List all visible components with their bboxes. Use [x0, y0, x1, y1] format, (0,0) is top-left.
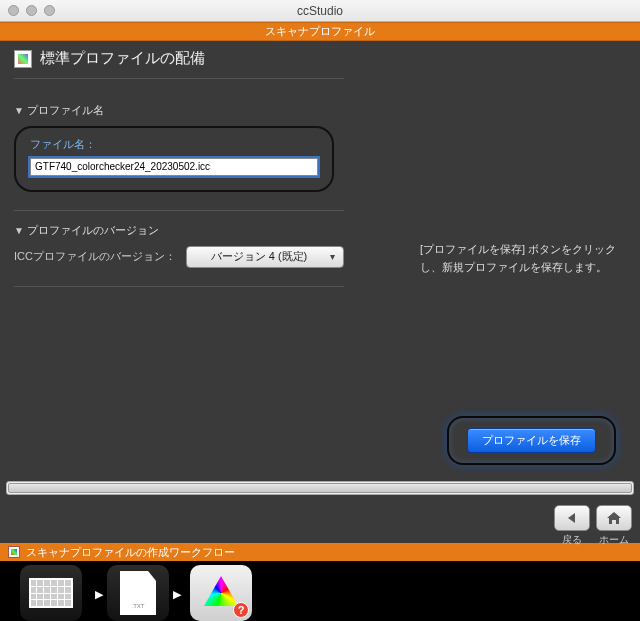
main-panel: 標準プロファイルの配備 プロファイル名 ファイル名： プロファイルのバージョン …	[0, 41, 640, 501]
back-label: 戻る	[562, 533, 582, 547]
minimize-window-button[interactable]	[26, 5, 37, 16]
icc-version-select[interactable]: バージョン 4 (既定)	[186, 246, 344, 268]
back-button[interactable]	[554, 505, 590, 531]
icc-version-selected: バージョン 4 (既定)	[211, 249, 308, 264]
save-profile-button[interactable]: プロファイルを保存	[467, 428, 596, 453]
home-button[interactable]	[596, 505, 632, 531]
save-button-frame: プロファイルを保存	[447, 416, 616, 465]
profile-page-icon	[14, 50, 32, 68]
icc-thumb-icon: ?	[190, 565, 252, 621]
file-name-label: ファイル名：	[30, 138, 318, 152]
target-thumb-icon	[20, 565, 82, 621]
workflow-banner: スキャナプロファイルの作成ワークフロー	[0, 543, 640, 561]
nav-row: 戻る ホーム	[0, 501, 640, 543]
divider	[14, 286, 344, 287]
profile-version-section-header[interactable]: プロファイルのバージョン	[14, 223, 344, 238]
reference-thumb-icon: .TXT	[107, 565, 169, 621]
help-badge-icon: ?	[233, 602, 249, 618]
workflow-icon	[8, 546, 20, 558]
zoom-window-button[interactable]	[44, 5, 55, 16]
triangle-left-icon	[565, 512, 579, 524]
workflow-step-reference[interactable]: .TXT 基準値	[107, 565, 169, 621]
divider	[14, 78, 344, 79]
horizontal-scrollbar[interactable]	[6, 481, 634, 495]
workflow-strip: ターゲットをロード ▶ .TXT 基準値 ▶ ? ICC プロファイル	[0, 561, 640, 621]
close-window-button[interactable]	[8, 5, 19, 16]
step-arrow-icon: ▶	[173, 588, 181, 601]
save-hint-text: [プロファイルを保存] ボタンをクリックし、新規プロファイルを保存します。	[420, 241, 620, 276]
page-title: 標準プロファイルの配備	[40, 49, 205, 68]
app-title: ccStudio	[297, 4, 343, 18]
scrollbar-thumb[interactable]	[8, 483, 632, 493]
step-arrow-icon: ▶	[95, 588, 103, 601]
workflow-title: スキャナプロファイルの作成ワークフロー	[26, 545, 235, 560]
home-icon	[606, 511, 622, 525]
workflow-step-load-target[interactable]: ターゲットをロード	[10, 565, 91, 621]
section-banner: スキャナプロファイル	[0, 22, 640, 41]
workflow-step-icc-profile[interactable]: ? ICC プロファイル	[185, 565, 257, 621]
profile-name-section-header[interactable]: プロファイル名	[14, 103, 344, 118]
icc-version-label: ICCプロファイルのバージョン：	[14, 249, 176, 264]
home-label: ホーム	[599, 533, 629, 547]
window-titlebar: ccStudio	[0, 0, 640, 22]
traffic-lights	[8, 5, 55, 16]
profile-name-group: ファイル名：	[14, 126, 334, 192]
file-name-input[interactable]	[30, 158, 318, 176]
divider	[14, 210, 344, 211]
